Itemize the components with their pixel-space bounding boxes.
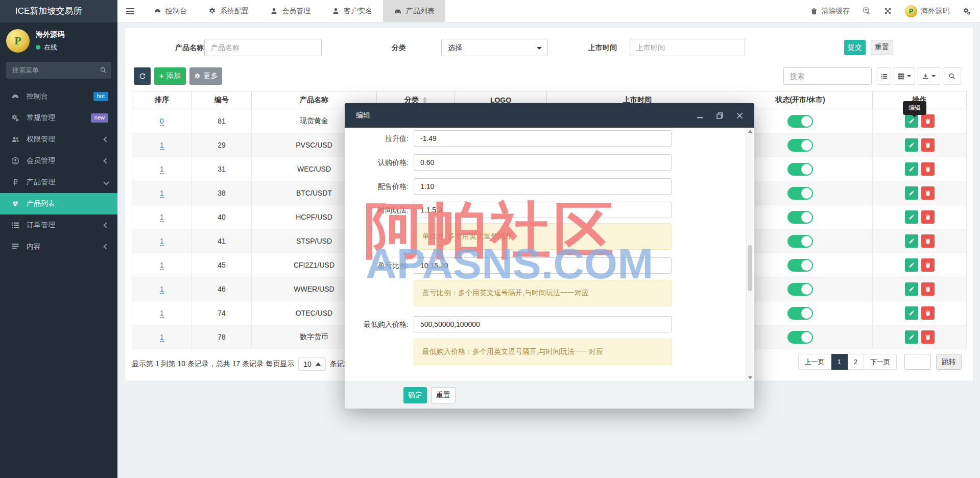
close-icon[interactable] [736,112,743,119]
maximize-icon[interactable] [716,112,723,119]
chevron-down-icon [103,179,109,185]
sort-link[interactable]: 1 [160,165,164,174]
language-button[interactable] [863,7,871,15]
tab-system-config[interactable]: 系统配置 [198,0,259,22]
menu-toggle-icon[interactable] [117,0,143,22]
status-toggle[interactable] [787,307,813,320]
tab-dashboard[interactable]: 控制台 [143,0,198,22]
status-toggle[interactable] [787,259,813,272]
sort-link[interactable]: 1 [160,189,164,198]
settings-button[interactable] [963,7,971,15]
gear-icon [208,7,216,15]
delete-button[interactable] [921,138,935,152]
sidebar-item-permissions[interactable]: 权限管理 [0,129,117,150]
add-button[interactable]: +添加 [154,67,186,85]
sort-link[interactable]: 0 [160,117,164,126]
page-size-select[interactable]: 10 [298,357,326,371]
sidebar-item-members[interactable]: 会员管理 [0,150,117,172]
edit-button[interactable] [905,282,918,296]
delete-button[interactable] [921,162,935,176]
status-toggle[interactable] [787,115,813,128]
filter-reset-button[interactable]: 重置 [871,40,893,55]
sidebar-item-content[interactable]: 内容 [0,236,117,257]
fullscreen-button[interactable] [884,7,892,15]
columns-button[interactable] [894,67,915,85]
delete-button[interactable] [921,282,935,296]
tab-label: 系统配置 [220,7,249,16]
next-page-button[interactable]: 下一页 [864,354,897,370]
export-button[interactable] [918,67,940,85]
table-search-input[interactable] [783,67,872,85]
delete-button[interactable] [921,258,935,272]
edit-button[interactable] [905,210,918,224]
sidebar-item-orders[interactable]: 订单管理 [0,214,117,236]
edit-button[interactable] [905,162,918,176]
sort-link[interactable]: 1 [160,141,164,150]
menu-search-input[interactable] [6,62,111,79]
delete-button[interactable] [921,186,935,200]
status-toggle[interactable] [787,163,813,176]
status-toggle[interactable] [787,211,813,224]
col-id[interactable]: 编号 [192,91,252,109]
delete-button[interactable] [921,210,935,224]
page-2-button[interactable]: 2 [848,354,864,370]
category-select[interactable]: 选择 [441,39,548,56]
edit-button[interactable] [905,186,918,200]
sidebar-item-products[interactable]: 产品管理 [0,172,117,193]
tab-kyc[interactable]: 客户实名 [321,0,383,22]
status-toggle[interactable] [787,283,813,296]
minimize-icon[interactable] [697,112,703,119]
sort-link[interactable]: 1 [160,333,164,342]
sort-link[interactable]: 1 [160,213,164,222]
edit-button[interactable] [905,234,918,248]
sort-link[interactable]: 1 [160,285,164,294]
delete-button[interactable] [921,306,935,320]
delete-button[interactable] [921,330,935,344]
modal-scrollbar[interactable] [746,128,753,381]
subscribe-price-input[interactable] [414,154,672,171]
modal-header[interactable]: 编辑 [345,103,754,128]
search-toggle-button[interactable] [943,67,961,85]
scrollbar-thumb[interactable] [748,245,752,291]
pull-value-input[interactable] [414,130,672,147]
jump-page-input[interactable] [904,354,931,370]
time-play-input[interactable] [414,202,672,218]
sidebar-item-general[interactable]: 常规管理 new [0,107,117,129]
delete-button[interactable] [921,234,935,248]
status-toggle[interactable] [787,187,813,200]
confirm-button[interactable]: 确定 [403,387,427,403]
tab-members[interactable]: 会员管理 [259,0,321,22]
edit-button[interactable] [905,330,918,344]
modal-reset-button[interactable]: 重置 [431,387,456,403]
sort-link[interactable]: 1 [160,261,164,270]
status-toggle[interactable] [787,235,813,248]
sidebar-item-product-list[interactable]: 产品列表 [0,193,117,214]
min-buy-price-input[interactable] [414,316,672,332]
prev-page-button[interactable]: 上一页 [798,354,831,370]
edit-button[interactable] [905,138,918,152]
product-name-input[interactable] [204,39,322,56]
profit-ratio-input[interactable] [414,257,672,274]
page-1-button[interactable]: 1 [831,354,848,370]
user-menu[interactable]: P 海外源码 [905,5,949,17]
clear-cache-button[interactable]: 清除缓存 [810,7,850,16]
submit-button[interactable]: 提交 [844,40,866,55]
col-sort[interactable]: 排序 [132,91,192,109]
scroll-up-icon[interactable] [748,130,752,133]
sidebar-item-dashboard[interactable]: 控制台 hot [0,86,117,107]
launch-time-input[interactable] [630,39,745,56]
tab-product-list[interactable]: 产品列表 [383,0,445,22]
view-toggle-button[interactable] [877,67,891,85]
sort-link[interactable]: 1 [160,237,164,246]
edit-button[interactable] [905,306,918,320]
more-button[interactable]: 更多 [189,67,222,85]
edit-button[interactable] [905,258,918,272]
status-toggle[interactable] [787,139,813,152]
status-toggle[interactable] [787,331,813,344]
delete-button[interactable] [921,114,935,128]
sort-link[interactable]: 1 [160,309,164,318]
placement-price-input[interactable] [414,178,672,195]
jump-button[interactable]: 跳转 [936,354,962,370]
scroll-down-icon[interactable] [748,376,752,379]
refresh-button[interactable] [134,67,151,85]
